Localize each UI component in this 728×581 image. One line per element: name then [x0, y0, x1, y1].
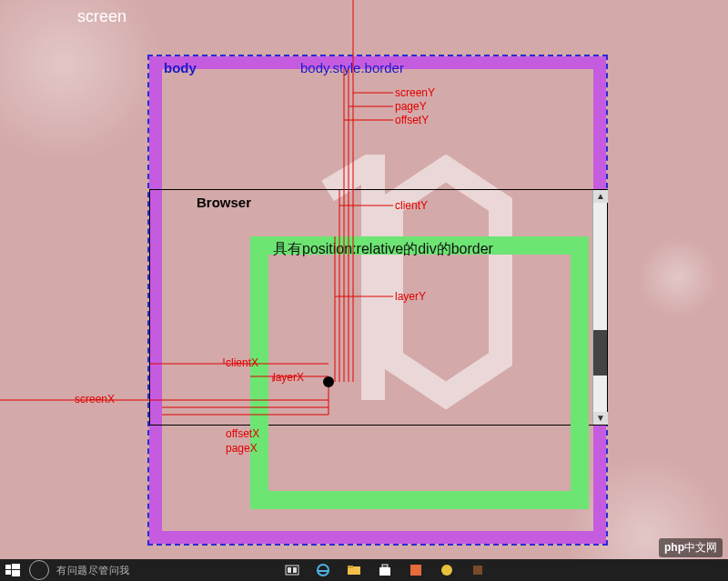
svg-rect-25	[293, 567, 297, 573]
start-button[interactable]	[0, 559, 25, 581]
label-offsetY: offsetY	[395, 114, 429, 126]
svg-rect-31	[410, 565, 421, 576]
app-button-2[interactable]	[440, 563, 454, 577]
start-icon	[5, 563, 20, 577]
cortana-hint[interactable]: 有问题尽管问我	[56, 564, 130, 577]
explorer-icon	[347, 563, 361, 577]
label-clientX: clientX	[226, 356, 258, 369]
label-screenX: screenX	[75, 393, 115, 406]
label-pageX: pageX	[226, 442, 258, 455]
lens-flare	[637, 236, 719, 318]
browser-label: Browser	[197, 195, 251, 210]
label-offsetX: offsetX	[226, 427, 259, 440]
svg-rect-24	[288, 567, 291, 573]
mouse-point	[323, 376, 334, 387]
svg-rect-28	[348, 566, 353, 568]
cortana-button[interactable]	[29, 560, 49, 580]
svg-point-32	[441, 565, 452, 576]
scroll-track[interactable]	[593, 203, 607, 412]
scrollbar[interactable]: ▲ ▼	[592, 190, 607, 425]
label-screenY: screenY	[395, 86, 435, 99]
label-pageY: pageY	[395, 100, 427, 113]
system-tray[interactable]	[717, 559, 728, 581]
svg-rect-29	[379, 567, 390, 576]
svg-rect-33	[473, 566, 482, 575]
app-button-3[interactable]	[470, 563, 485, 577]
svg-rect-20	[12, 564, 20, 569]
label-clientY: clientY	[395, 199, 428, 212]
app-button-1[interactable]	[409, 563, 423, 577]
svg-rect-22	[12, 570, 20, 576]
relative-div-label: 具有position:relative的div的border	[273, 240, 493, 259]
scroll-thumb[interactable]	[593, 330, 607, 376]
taskbar: 有问题尽管问我	[0, 559, 728, 581]
body-label: body	[164, 60, 197, 75]
scroll-down-arrow[interactable]: ▼	[593, 412, 608, 425]
app2-icon	[440, 563, 454, 577]
screen-label: screen	[77, 7, 126, 26]
site-watermark: phpphp中文网中文网	[659, 538, 723, 557]
edge-icon	[316, 563, 330, 577]
store-button[interactable]	[378, 563, 392, 577]
task-view-icon	[285, 563, 299, 577]
body-border-label: body.style.border	[300, 60, 404, 75]
svg-rect-19	[5, 565, 11, 569]
app3-icon	[470, 563, 485, 577]
edge-button[interactable]	[316, 563, 330, 577]
svg-rect-21	[5, 570, 11, 575]
app1-icon	[409, 563, 423, 577]
store-icon	[378, 563, 392, 577]
screen-area: screen body body.style.border ▲ ▼ Browse…	[0, 0, 728, 581]
label-layerX: layerX	[273, 371, 304, 384]
scroll-up-arrow[interactable]: ▲	[593, 190, 608, 203]
explorer-button[interactable]	[347, 563, 361, 577]
svg-rect-30	[382, 565, 388, 567]
task-view-button[interactable]	[285, 563, 299, 577]
label-layerY: layerY	[395, 290, 426, 303]
